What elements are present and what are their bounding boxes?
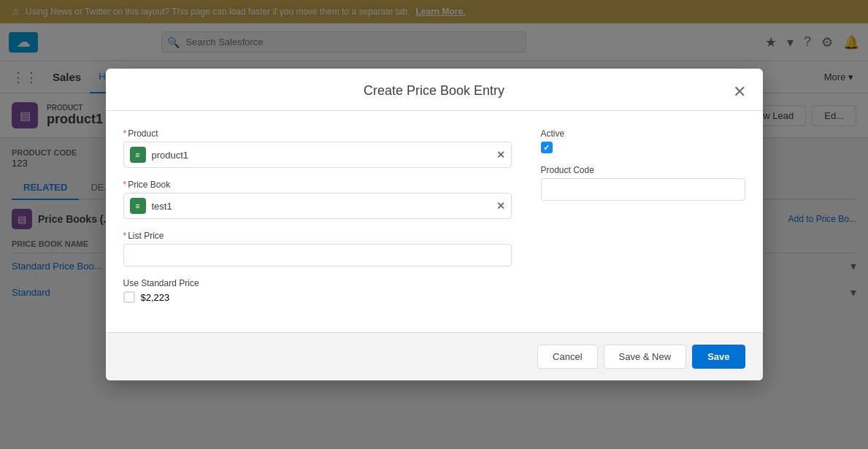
required-indicator: * [123, 128, 127, 139]
price-book-field-clear-button[interactable]: ✕ [496, 200, 505, 212]
list-price-field-label: *List Price [123, 231, 512, 241]
save-and-new-button[interactable]: Save & New [604, 345, 687, 369]
save-button[interactable]: Save [692, 345, 745, 369]
active-checkbox[interactable] [541, 142, 553, 153]
product-field-group: *Product ≡ product1 ✕ [123, 128, 512, 168]
product-field[interactable]: ≡ product1 ✕ [123, 142, 512, 168]
use-standard-price-checkbox-group: Use Standard Price [123, 278, 512, 288]
list-price-input[interactable] [123, 244, 512, 266]
create-price-book-entry-modal: Create Price Book Entry ✕ *Product ≡ pro… [106, 69, 763, 380]
modal-header: Create Price Book Entry ✕ [106, 69, 763, 111]
product-code-input[interactable] [541, 178, 745, 201]
price-book-field[interactable]: ≡ test1 ✕ [123, 193, 512, 219]
product-field-icon: ≡ [130, 147, 146, 163]
active-field-label: Active [541, 128, 745, 139]
list-price-field-group: *List Price [123, 231, 512, 266]
use-standard-price-group: Use Standard Price $2,223 [123, 278, 512, 303]
modal-left-column: *Product ≡ product1 ✕ *Price Book ≡ [123, 128, 512, 315]
standard-price-value: $2,223 [141, 292, 170, 303]
use-standard-price-label: Use Standard Price [123, 278, 199, 288]
product-code-field-label: Product Code [541, 165, 745, 175]
price-book-field-icon: ≡ [130, 198, 146, 214]
modal-overlay: Create Price Book Entry ✕ *Product ≡ pro… [0, 0, 868, 449]
modal-body: *Product ≡ product1 ✕ *Price Book ≡ [106, 111, 763, 332]
price-book-field-label: *Price Book [123, 180, 512, 190]
modal-close-button[interactable]: ✕ [728, 80, 751, 104]
product-code-field-group: Product Code [541, 165, 745, 201]
required-indicator: * [123, 180, 127, 190]
use-standard-price-checkbox[interactable] [123, 291, 135, 303]
modal-footer: Cancel Save & New Save [106, 332, 763, 380]
cancel-button[interactable]: Cancel [537, 345, 597, 369]
required-indicator: * [123, 231, 127, 241]
product-field-clear-button[interactable]: ✕ [496, 149, 505, 161]
modal-title: Create Price Book Entry [123, 83, 745, 99]
price-book-field-group: *Price Book ≡ test1 ✕ [123, 180, 512, 219]
product-field-label: *Product [123, 128, 512, 139]
active-field-group: Active [541, 128, 745, 153]
product-field-value: product1 [152, 150, 491, 161]
modal-right-column: Active Product Code [541, 128, 745, 315]
price-book-field-value: test1 [152, 201, 491, 212]
